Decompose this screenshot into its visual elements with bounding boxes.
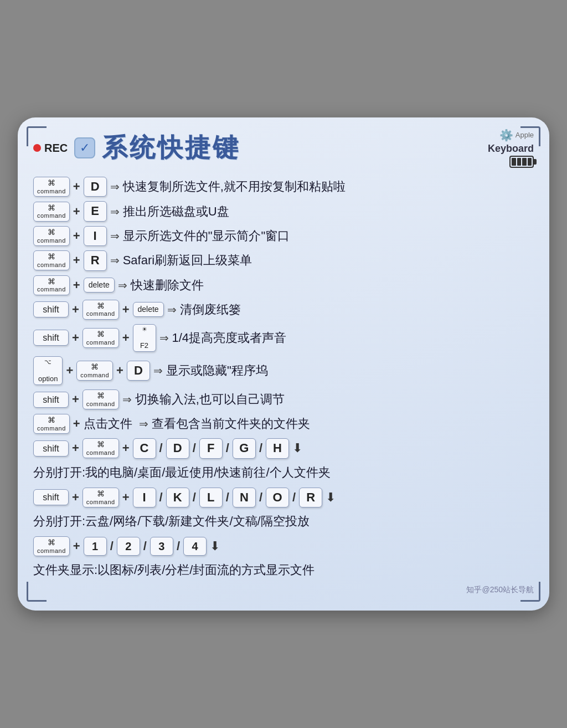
- key-shift-6: shift: [33, 301, 69, 317]
- shortcut-row-3: ⌘command + I ⇒ 显示所选文件的"显示简介"窗口: [33, 226, 534, 246]
- plus-5: +: [73, 278, 80, 293]
- key-f-11: F: [199, 438, 223, 458]
- plus-8b: +: [116, 363, 123, 378]
- plus-9a: +: [72, 392, 79, 407]
- shortcut-row-5: ⌘command + delete ⇒ 快速删除文件: [33, 275, 534, 295]
- desc-11: 分别打开:我的电脑/桌面/最近使用/快速前往/个人文件夹: [33, 464, 534, 481]
- key-shift-12: shift: [33, 489, 69, 505]
- shortcut-row-10: ⌘command + 点击文件 ⇒ 查看包含当前文件夹的文件夹: [33, 414, 534, 434]
- cmd-key-8: ⌘command: [76, 361, 113, 381]
- key-4-13: 4: [183, 537, 207, 556]
- slash-11d: /: [259, 441, 262, 455]
- desc-4: Safari刷新返回上级菜单: [123, 252, 534, 269]
- plus-12b: +: [122, 490, 130, 505]
- down-arrow-11: ⬇: [292, 441, 302, 455]
- arrow-8: ⇒: [153, 364, 163, 377]
- shortcut-row-8: ⌥option + ⌘command + D ⇒ 显示或隐藏"程序坞: [33, 356, 534, 385]
- cmd-key-7: ⌘command: [83, 328, 119, 348]
- cmd-key-2: ⌘command: [33, 202, 70, 222]
- rec-label: REC: [44, 142, 68, 155]
- key-i-12: I: [133, 488, 156, 507]
- key-option-8: ⌥option: [33, 356, 63, 385]
- shortcut-row-4: ⌘command + R ⇒ Safari刷新返回上级菜单: [33, 250, 534, 270]
- arrow-6: ⇒: [167, 303, 177, 316]
- slash-11a: /: [159, 441, 163, 455]
- slash-11c: /: [226, 441, 229, 455]
- arrow-9: ⇒: [122, 393, 132, 406]
- header-left: REC ✓ 系统快捷键: [33, 131, 240, 165]
- check-box[interactable]: ✓: [74, 137, 95, 158]
- click-text-10: 点击文件: [84, 416, 132, 432]
- page-title: 系统快捷键: [102, 131, 240, 165]
- down-arrow-13: ⬇: [210, 539, 220, 553]
- plus-6b: +: [122, 303, 130, 317]
- corner-bl: [27, 582, 47, 602]
- key-e-2: E: [84, 201, 107, 221]
- corner-tr: [520, 126, 540, 146]
- header: REC ✓ 系统快捷键 ⚙️ Apple Keyboard: [33, 129, 534, 168]
- desc-9: 切换输入法,也可以自己调节: [135, 391, 534, 408]
- key-g-11: G: [233, 438, 256, 458]
- desc-10: 查看包含当前文件夹的文件夹: [152, 416, 534, 432]
- slash-13a: /: [110, 539, 114, 553]
- arrow-5: ⇒: [118, 279, 127, 292]
- main-card: REC ✓ 系统快捷键 ⚙️ Apple Keyboard ⌘command +…: [18, 117, 549, 611]
- key-l-12: L: [199, 488, 223, 507]
- desc-2: 推出所选磁盘或U盘: [123, 203, 534, 220]
- key-n-12: N: [233, 488, 256, 507]
- plus-11b: +: [122, 441, 130, 455]
- arrow-10: ⇒: [139, 417, 148, 430]
- battery-icon: [509, 156, 534, 168]
- shortcut-row-6: shift + ⌘command + delete ⇒ 清倒废纸篓: [33, 300, 534, 320]
- desc-1: 快速复制所选文件,就不用按复制和粘贴啦: [123, 178, 534, 195]
- desc-3: 显示所选文件的"显示简介"窗口: [123, 228, 534, 244]
- cmd-key-12: ⌘command: [83, 488, 119, 507]
- key-c-11: C: [133, 438, 156, 458]
- watermark: 知乎@250站长导航: [33, 585, 534, 595]
- key-1-13: 1: [84, 537, 107, 556]
- key-h-11: H: [266, 438, 289, 458]
- corner-br: [520, 582, 540, 602]
- cmd-key-10: ⌘command: [33, 414, 70, 434]
- cmd-key-11: ⌘command: [83, 438, 119, 458]
- slash-13c: /: [177, 539, 180, 553]
- cmd-key-6: ⌘command: [83, 300, 119, 320]
- key-3-13: 3: [150, 537, 173, 556]
- plus-12a: +: [72, 490, 79, 505]
- shortcut-row-1: ⌘command + D ⇒ 快速复制所选文件,就不用按复制和粘贴啦: [33, 177, 534, 197]
- cmd-key-1: ⌘command: [33, 177, 70, 197]
- slash-12e: /: [292, 490, 296, 505]
- key-o-12: O: [266, 488, 289, 507]
- cmd-key-5: ⌘command: [33, 275, 70, 295]
- plus-11a: +: [72, 441, 79, 455]
- cmd-key-13: ⌘command: [33, 536, 70, 556]
- key-shift-11: shift: [33, 440, 69, 457]
- plus-10: +: [73, 417, 80, 431]
- plus-6a: +: [72, 303, 79, 317]
- cmd-key-4: ⌘command: [33, 250, 70, 270]
- key-r-4: R: [84, 250, 107, 270]
- shortcut-row-13: ⌘command + 1 / 2 / 3 / 4 ⬇: [33, 536, 534, 556]
- key-d-1: D: [84, 177, 107, 197]
- arrow-2: ⇒: [110, 205, 120, 218]
- shortcut-row-2: ⌘command + E ⇒ 推出所选磁盘或U盘: [33, 201, 534, 221]
- plus-7b: +: [122, 331, 130, 345]
- desc-7: 1/4提高亮度或者声音: [172, 330, 534, 346]
- corner-tl: [27, 126, 47, 146]
- key-delete-5: delete: [84, 278, 115, 293]
- down-arrow-12: ⬇: [326, 490, 336, 505]
- key-2-13: 2: [117, 537, 140, 556]
- arrow-4: ⇒: [110, 254, 120, 267]
- slash-12b: /: [193, 490, 196, 505]
- plus-2: +: [73, 204, 80, 219]
- slash-11b: /: [193, 441, 196, 455]
- key-d-8: D: [127, 361, 150, 381]
- shortcut-row-9: shift + ⌘command ⇒ 切换输入法,也可以自己调节: [33, 389, 534, 409]
- shortcut-row-12: shift + ⌘command + I / K / L / N / O / R…: [33, 488, 534, 507]
- key-delete-6: delete: [133, 302, 164, 317]
- plus-8a: +: [66, 363, 73, 378]
- slash-12d: /: [259, 490, 262, 505]
- key-shift-9: shift: [33, 392, 69, 408]
- plus-1: +: [73, 180, 80, 194]
- shortcut-row-7: shift + ⌘command + ☀F2 ⇒ 1/4提高亮度或者声音: [33, 324, 534, 352]
